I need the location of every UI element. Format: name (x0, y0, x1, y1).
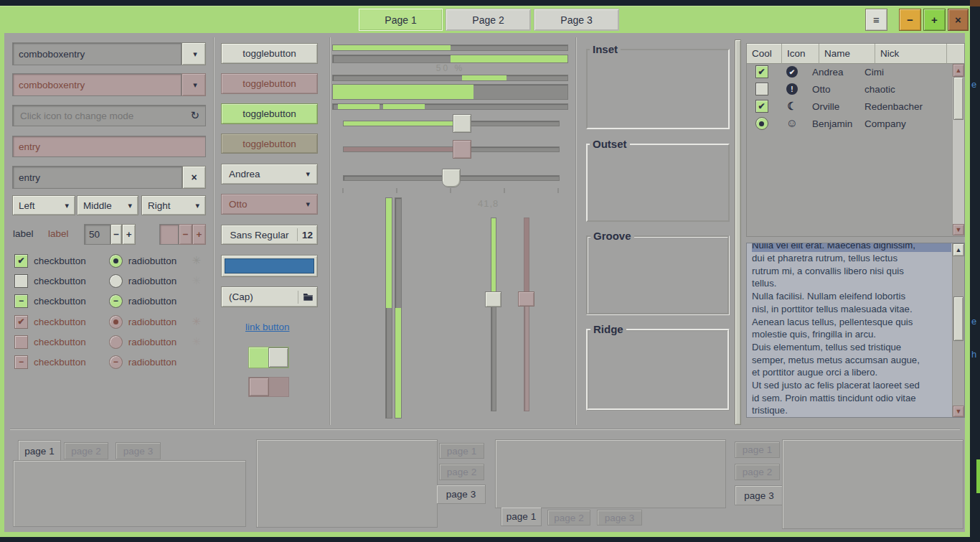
checkbox-unchecked[interactable] (755, 83, 768, 95)
column-separator (329, 37, 330, 425)
nb4-tab-page3[interactable]: page 3 (735, 485, 783, 505)
combobox-value: Otto (229, 199, 248, 210)
treeview-scrollbar[interactable]: ▲ ▼ (952, 64, 964, 235)
table-row[interactable]: ! Otto chaotic (747, 80, 964, 98)
radio-unselected[interactable] (109, 274, 123, 288)
dropdown-middle[interactable]: Middle▾ (77, 195, 138, 215)
text-line: nisl, in porttitor tellus malesuada vita… (752, 303, 964, 316)
plus-icon: + (126, 229, 132, 240)
icon-mode-entry[interactable]: ↻ (12, 105, 206, 126)
titlebar-tab-page2[interactable]: Page 2 (446, 9, 531, 31)
checkbox-checked[interactable]: ✔ (14, 254, 28, 268)
menu-button[interactable]: ≡ (865, 9, 887, 31)
comboboxentry-input[interactable]: comboboxentry (12, 42, 182, 65)
nb2-tab-page3[interactable]: page 3 (437, 485, 486, 504)
table-row[interactable]: ☺ Benjamin Company (747, 115, 964, 132)
combobox-andrea[interactable]: Andrea▾ (221, 164, 318, 184)
titlebar-tab-page3[interactable]: Page 3 (534, 9, 619, 31)
file-chooser-button[interactable]: (Cap) (221, 286, 318, 307)
progressbar-thick (332, 84, 568, 100)
checkbox-checked[interactable]: ✔ (755, 100, 768, 113)
nb2-tab-page1[interactable]: page 1 (439, 443, 484, 459)
nb1-tab-page1[interactable]: page 1 (18, 440, 61, 461)
dropdown-left[interactable]: Left▾ (12, 195, 75, 215)
selected-text-line: Nulla vel elit erat. Maecenas dignissim, (752, 243, 951, 252)
nb3-tab-page1[interactable]: page 1 (501, 508, 542, 526)
frame-ridge: Ridge (586, 329, 730, 411)
entry-with-clear[interactable]: entry × (12, 167, 206, 188)
checkbox-unchecked-disabled (14, 335, 28, 349)
nb2-tab-page2[interactable]: page 2 (439, 464, 484, 480)
table-row[interactable]: ✔ ☾ Orville Redenbacher (747, 98, 964, 115)
textview[interactable]: Nulla vel elit erat. Maecenas dignissim,… (746, 243, 965, 418)
nb1-tab-page3[interactable]: page 3 (116, 442, 161, 459)
spin-plus-button[interactable]: + (122, 224, 136, 245)
column-header-icon[interactable]: Icon (782, 44, 819, 64)
hscale-slider-handle[interactable] (453, 114, 471, 133)
radio-dot (759, 121, 764, 126)
radio-selected[interactable] (755, 117, 768, 130)
vscale-slider-handle[interactable] (485, 291, 501, 307)
hscale-slider-handle[interactable] (442, 169, 461, 187)
scroll-down-button[interactable]: ▼ (953, 406, 964, 417)
dropdown-right[interactable]: Right▾ (141, 195, 206, 215)
checkbox-mixed[interactable]: − (14, 294, 28, 308)
togglebutton-normal[interactable]: togglebutton (221, 43, 318, 64)
nb3-content (495, 439, 726, 508)
text-line: molestie quis, fringilla in arcu. (752, 328, 964, 341)
hscale[interactable] (343, 114, 560, 133)
switch-on[interactable] (248, 347, 289, 368)
scroll-up-button[interactable]: ▲ (953, 243, 964, 256)
font-button[interactable]: Sans Regular 12 (221, 225, 318, 245)
text-line: semper, metus metus accumsan augue, (752, 354, 964, 367)
nb1-tab-page2[interactable]: page 2 (64, 442, 108, 459)
checkbox-checked[interactable]: ✔ (755, 65, 768, 78)
table-row[interactable]: ✔ ✔ Andrea Cimi (747, 63, 964, 80)
minimize-button[interactable]: − (899, 9, 921, 31)
maximize-button[interactable]: + (923, 9, 946, 31)
togglebutton-active[interactable]: togglebutton (221, 103, 318, 124)
spinbutton[interactable]: 50 − + (84, 225, 136, 244)
cell-name: Andrea (808, 67, 862, 78)
close-button[interactable]: × (948, 9, 969, 31)
spin-minus-button[interactable]: − (110, 224, 122, 245)
scrollbar-thumb[interactable] (953, 77, 963, 120)
pane-splitter-handle[interactable] (735, 39, 741, 425)
titlebar-tab-page1[interactable]: Page 1 (359, 9, 443, 31)
nb4-tab-page2[interactable]: page 2 (735, 464, 780, 480)
icon-mode-entry-input[interactable] (19, 110, 190, 122)
color-button[interactable] (221, 255, 318, 277)
nb4-content (782, 439, 963, 529)
scroll-down-button[interactable]: ▼ (953, 224, 964, 235)
entry-input[interactable]: entry (12, 166, 182, 189)
radio-selected[interactable] (109, 254, 123, 268)
refresh-icon[interactable]: ↻ (190, 109, 199, 122)
nb3-tab-page3[interactable]: page 3 (597, 510, 642, 525)
entry-disabled: entry (12, 136, 206, 157)
togglebutton-label: togglebutton (242, 48, 296, 59)
spinbutton-value[interactable]: 50 (84, 224, 110, 245)
column-header-nick[interactable]: Nick (875, 44, 947, 64)
column-header-cool[interactable]: Cool (747, 44, 782, 64)
comboboxentry[interactable]: comboboxentry ▾ (12, 43, 206, 65)
tab-label: page 3 (446, 489, 476, 500)
treeview[interactable]: Cool Icon Name Nick ✔ ✔ Andrea Cimi ! Ot… (746, 43, 965, 237)
spinner-icon: ✳ (192, 315, 201, 328)
comboboxentry-dropdown-button[interactable]: ▾ (182, 42, 206, 65)
scrollbar-thumb[interactable] (953, 296, 963, 341)
column-header-name[interactable]: Name (819, 44, 875, 64)
checkbox-unchecked[interactable] (14, 274, 28, 288)
chevron-down-icon: ▾ (192, 201, 199, 210)
column-separator (575, 37, 576, 425)
clear-entry-button[interactable]: × (182, 166, 206, 189)
switch-handle[interactable] (268, 347, 288, 368)
radio-mixed[interactable]: − (109, 294, 123, 308)
spinner-icon: ✳ (192, 254, 201, 267)
link-button[interactable]: link button (245, 322, 290, 332)
vscale[interactable] (485, 218, 501, 411)
scroll-up-button[interactable]: ▲ (953, 64, 964, 77)
nb3-tab-page2[interactable]: page 2 (547, 510, 590, 525)
hscale-with-marks[interactable] (343, 169, 560, 187)
textview-scrollbar[interactable]: ▲ ▼ (952, 243, 964, 417)
nb4-tab-page1[interactable]: page 1 (735, 441, 780, 458)
